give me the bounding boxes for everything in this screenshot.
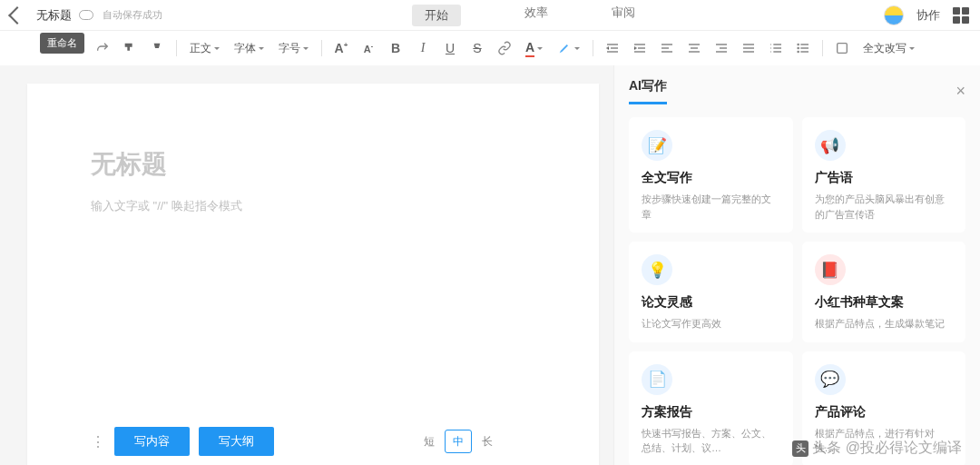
svg-rect-3	[838, 44, 848, 54]
back-icon[interactable]	[8, 6, 26, 25]
collab-label[interactable]: 协作	[916, 7, 940, 24]
ai-card-0[interactable]: 📝全文写作按步骤快速创建一篇完整的文章	[629, 117, 793, 232]
font-size-select[interactable]: 字号	[273, 36, 314, 60]
align-right-icon[interactable]	[710, 36, 733, 60]
align-justify-icon[interactable]	[737, 36, 760, 60]
length-medium[interactable]: 中	[445, 430, 472, 453]
card-icon: 💬	[815, 364, 846, 395]
card-icon: 💡	[642, 254, 672, 285]
ai-card-1[interactable]: 📢广告语为您的产品头脑风暴出有创意的广告宣传语	[802, 117, 966, 232]
card-icon: 📄	[642, 364, 672, 395]
clear-format-icon[interactable]	[145, 36, 169, 60]
rewrite-dropdown[interactable]: 全文改写	[858, 36, 920, 60]
insert-icon[interactable]	[830, 36, 854, 60]
apps-icon[interactable]	[953, 7, 969, 24]
top-tabs: 开始 效率 审阅	[162, 5, 884, 26]
card-title: 全文写作	[642, 170, 780, 186]
length-short[interactable]: 短	[416, 430, 443, 453]
write-outline-button[interactable]: 写大纲	[199, 427, 274, 456]
tab-review[interactable]: 审阅	[612, 5, 635, 26]
ai-card-2[interactable]: 💡论文灵感让论文写作更高效	[629, 242, 793, 342]
bold-icon[interactable]: B	[384, 36, 407, 60]
ai-card-3[interactable]: 📕小红书种草文案根据产品特点，生成爆款笔记	[802, 242, 966, 342]
card-title: 小红书种草文案	[815, 294, 954, 311]
format-toolbar: 重命名 正文 字体 字号 A+ A- B I U S A 全文改写	[0, 31, 980, 65]
title-placeholder[interactable]: 无标题	[91, 147, 535, 182]
link-icon[interactable]	[493, 36, 516, 60]
write-content-button[interactable]: 写内容	[114, 427, 190, 456]
svg-point-0	[798, 44, 799, 45]
document-name[interactable]: 无标题	[36, 7, 72, 24]
tab-start[interactable]: 开始	[412, 5, 461, 26]
ordered-list-icon[interactable]	[764, 36, 788, 60]
cloud-icon[interactable]	[79, 10, 93, 20]
editor-area: 无标题 输入文字或 "//" 唤起指令模式 ⋮ 写内容 写大纲 短 中 长	[0, 65, 613, 465]
align-left-icon[interactable]	[655, 36, 679, 60]
card-title: 产品评论	[815, 404, 954, 420]
svg-point-1	[798, 47, 799, 48]
rename-tooltip: 重命名	[40, 33, 84, 54]
card-desc: 让论文写作更高效	[642, 316, 780, 331]
body-placeholder[interactable]: 输入文字或 "//" 唤起指令模式	[91, 198, 535, 214]
card-desc: 为您的产品头脑风暴出有创意的广告宣传语	[815, 192, 954, 222]
drag-handle-icon[interactable]: ⋮	[91, 433, 105, 450]
card-icon: 📢	[815, 130, 846, 161]
avatar[interactable]	[884, 5, 904, 25]
strikethrough-icon[interactable]: S	[466, 36, 489, 60]
font-decrease-icon[interactable]: A-	[357, 36, 380, 60]
italic-icon[interactable]: I	[411, 36, 435, 60]
autosave-status: 自动保存成功	[103, 8, 162, 22]
length-segment: 短 中 长	[416, 430, 535, 453]
font-color-icon[interactable]: A	[520, 36, 548, 60]
close-icon[interactable]: ×	[956, 82, 965, 101]
card-desc: 根据产品特点，生成爆款笔记	[815, 316, 954, 331]
highlight-icon[interactable]	[552, 36, 585, 60]
watermark: 头 头条 @投必得论文编译	[792, 439, 962, 458]
ai-card-4[interactable]: 📄方案报告快速书写报告、方案、公文、总结、计划、议…	[629, 351, 793, 466]
indent-increase-icon[interactable]	[628, 36, 652, 60]
title-bar: 无标题 自动保存成功 开始 效率 审阅 协作	[0, 0, 980, 31]
card-desc: 快速书写报告、方案、公文、总结、计划、议…	[642, 426, 780, 456]
ai-card-grid: 📝全文写作按步骤快速创建一篇完整的文章📢广告语为您的产品头脑风暴出有创意的广告宣…	[629, 117, 965, 465]
font-family-select[interactable]: 字体	[229, 36, 270, 60]
ai-panel-title: AI写作	[629, 78, 667, 104]
align-center-icon[interactable]	[682, 36, 706, 60]
tab-efficiency[interactable]: 效率	[524, 5, 548, 26]
underline-icon[interactable]: U	[438, 36, 462, 60]
svg-point-2	[798, 51, 799, 52]
format-painter-icon[interactable]	[118, 36, 142, 60]
watermark-icon: 头	[792, 440, 808, 457]
card-title: 方案报告	[642, 404, 780, 420]
length-next-icon[interactable]	[504, 423, 540, 460]
card-desc: 按步骤快速创建一篇完整的文章	[642, 192, 780, 222]
document-page[interactable]: 无标题 输入文字或 "//" 唤起指令模式 ⋮ 写内容 写大纲 短 中 长	[27, 84, 599, 465]
font-increase-icon[interactable]: A+	[329, 36, 353, 60]
card-icon: 📝	[642, 130, 672, 161]
card-icon: 📕	[815, 254, 846, 285]
ai-quick-bar: ⋮ 写内容 写大纲 短 中 长	[91, 418, 535, 465]
redo-icon[interactable]	[91, 36, 114, 60]
indent-decrease-icon[interactable]	[601, 36, 624, 60]
unordered-list-icon[interactable]	[791, 36, 815, 60]
ai-panel: AI写作 × 📝全文写作按步骤快速创建一篇完整的文章📢广告语为您的产品头脑风暴出…	[613, 65, 980, 465]
length-long[interactable]: 长	[474, 430, 501, 453]
card-title: 论文灵感	[642, 294, 780, 311]
card-title: 广告语	[815, 170, 954, 186]
paragraph-style-select[interactable]: 正文	[184, 36, 225, 60]
